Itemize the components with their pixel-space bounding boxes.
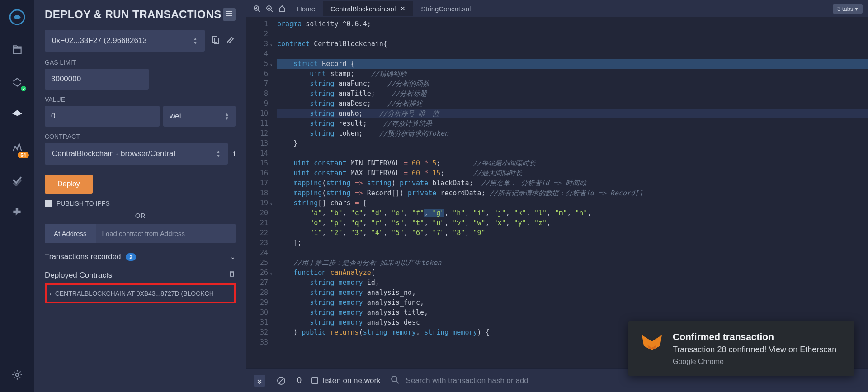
terminal-search-input[interactable]: Search with transaction hash or add bbox=[406, 376, 861, 385]
or-text: OR bbox=[45, 212, 236, 219]
tab-stringconcat[interactable]: StringConcat.sol bbox=[414, 1, 478, 16]
svg-point-10 bbox=[392, 376, 397, 382]
listen-checkbox[interactable] bbox=[311, 377, 318, 384]
remix-logo-icon[interactable] bbox=[8, 8, 26, 26]
pending-count: 0 bbox=[297, 376, 302, 385]
panel-menu-icon[interactable] bbox=[223, 8, 236, 21]
tabs-count[interactable]: 3 tabs ▾ bbox=[833, 4, 863, 14]
contract-select[interactable]: CentralBlockchain - browser/Central▲▼ bbox=[45, 143, 228, 165]
toast-title: Confirmed transaction bbox=[673, 331, 844, 342]
at-address-button[interactable]: At Address bbox=[45, 224, 96, 243]
deploy-button[interactable]: Deploy bbox=[45, 175, 93, 194]
gas-limit-input[interactable] bbox=[45, 69, 149, 90]
chevron-down-icon[interactable]: ⌄ bbox=[230, 253, 236, 260]
zoom-out-icon[interactable] bbox=[264, 4, 274, 14]
close-icon[interactable]: ✕ bbox=[400, 5, 406, 12]
tx-recorded-label: Transactions recorded bbox=[45, 252, 121, 261]
file-explorer-icon[interactable] bbox=[8, 41, 26, 59]
deployed-contract-item[interactable]: › CENTRALBLOCKCHAIN AT 0XB43...8727D (BL… bbox=[45, 283, 236, 303]
value-unit-select[interactable]: wei▲▼ bbox=[163, 106, 236, 127]
deploy-panel: DEPLOY & RUN TRANSACTIONS 0xF02...33F27 … bbox=[34, 0, 246, 392]
gas-limit-label: GAS LIMIT bbox=[45, 59, 236, 66]
svg-rect-3 bbox=[226, 13, 232, 14]
clear-icon[interactable] bbox=[275, 375, 287, 387]
tab-home[interactable]: Home bbox=[290, 1, 322, 16]
svg-point-1 bbox=[15, 373, 19, 377]
tx-count-badge: 2 bbox=[126, 253, 136, 261]
publish-checkbox[interactable] bbox=[45, 200, 52, 207]
toast-message: Transaction 28 confirmed! View on Ethers… bbox=[673, 344, 844, 355]
settings-icon[interactable] bbox=[8, 366, 26, 384]
analysis-icon[interactable]: 54 bbox=[8, 138, 26, 156]
compiler-icon[interactable] bbox=[8, 73, 26, 91]
notification-toast[interactable]: Confirmed transaction Transaction 28 con… bbox=[628, 321, 854, 376]
zoom-in-icon[interactable] bbox=[252, 4, 262, 14]
plugin-icon[interactable] bbox=[8, 203, 26, 222]
contract-label: CONTRACT bbox=[45, 133, 236, 140]
tab-central[interactable]: CentralBlockchain.sol✕ bbox=[323, 1, 413, 16]
search-icon[interactable] bbox=[391, 375, 400, 386]
edit-icon[interactable] bbox=[226, 35, 236, 46]
icon-sidebar: 54 bbox=[0, 0, 34, 392]
at-address-input[interactable]: Load contract from Address bbox=[96, 224, 236, 243]
debugger-icon[interactable] bbox=[8, 171, 26, 189]
listen-label: listen on network bbox=[323, 376, 381, 385]
svg-rect-4 bbox=[226, 15, 232, 16]
value-label: VALUE bbox=[45, 96, 236, 103]
compile-ok-badge bbox=[20, 85, 27, 92]
info-icon[interactable]: i bbox=[233, 149, 236, 159]
terminal-expand-icon[interactable] bbox=[254, 375, 265, 387]
chevron-right-icon: › bbox=[49, 290, 52, 297]
panel-title: DEPLOY & RUN TRANSACTIONS bbox=[45, 8, 222, 21]
toast-app: Google Chrome bbox=[673, 358, 844, 366]
editor-tabs: Home CentralBlockchain.sol✕ StringConcat… bbox=[246, 0, 868, 17]
value-input[interactable] bbox=[45, 106, 160, 127]
copy-icon[interactable] bbox=[211, 35, 220, 46]
publish-label: PUBLISH TO IPFS bbox=[57, 200, 110, 207]
deployed-contracts-label: Deployed Contracts bbox=[45, 271, 112, 280]
deploy-icon[interactable] bbox=[8, 106, 26, 124]
account-select[interactable]: 0xF02...33F27 (2.96682613▲▼ bbox=[45, 30, 205, 52]
code-area[interactable]: 123▾45▾678910111213141516171819▾20212223… bbox=[246, 17, 868, 368]
analysis-badge: 54 bbox=[18, 152, 28, 158]
metamask-icon bbox=[639, 331, 665, 357]
trash-icon[interactable] bbox=[228, 270, 236, 280]
home-tab-icon[interactable] bbox=[277, 4, 287, 14]
svg-rect-2 bbox=[226, 11, 232, 12]
